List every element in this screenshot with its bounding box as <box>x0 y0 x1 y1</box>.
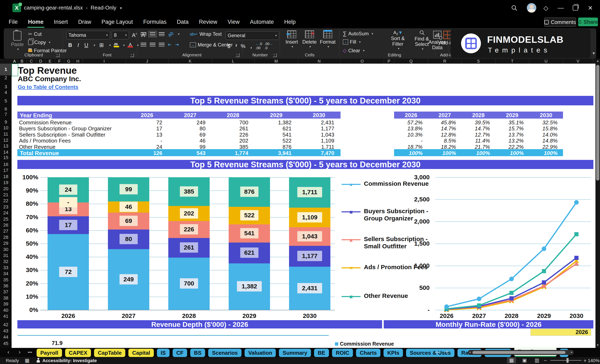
tabs-overflow-left-icon[interactable]: ••• <box>28 350 32 355</box>
share-button[interactable]: Share <box>578 18 598 26</box>
search-icon[interactable] <box>509 3 519 13</box>
row-header-4[interactable]: 4 <box>0 90 12 95</box>
ribbon-collapse-icon[interactable]: ▾ <box>592 51 595 56</box>
column-header-O[interactable]: O <box>340 59 384 64</box>
ribbon-tab-formulas[interactable]: Formulas <box>143 18 167 27</box>
clear-button[interactable]: ◇Clear▾ <box>343 48 365 54</box>
horizontal-scrollbar[interactable]: ◂ ▸ <box>468 350 574 355</box>
sheet-tab-summary[interactable]: Summary <box>279 349 311 357</box>
increase-indent-icon[interactable]: ⇥ <box>175 42 179 47</box>
alignment-dialog-launcher-icon[interactable]: ↘ <box>236 53 239 57</box>
fill-color-icon[interactable] <box>114 43 119 47</box>
increase-decimal-icon[interactable]: ←.0.00 <box>255 42 262 50</box>
restore-icon[interactable] <box>571 3 580 13</box>
legend-entry-4[interactable]: ■Other Revenue <box>342 292 441 300</box>
row-header-30[interactable]: 30 <box>0 247 12 252</box>
row-header-16[interactable]: 16 <box>0 162 12 167</box>
tabs-scroll-left-icon[interactable]: ‹ <box>8 349 9 355</box>
align-center-icon[interactable] <box>150 43 156 46</box>
column-header-D[interactable]: D <box>36 59 46 64</box>
legend-entry-2[interactable]: ▲Sellers Subscription - Small Outfitter <box>342 236 441 250</box>
number-dialog-launcher-icon[interactable]: ↘ <box>273 53 277 57</box>
close-icon[interactable]: × <box>585 3 595 13</box>
add-sheet-icon[interactable]: + <box>445 348 449 355</box>
column-header-L[interactable]: L <box>212 59 255 64</box>
column-header-R[interactable]: R <box>428 59 462 64</box>
row-header-10[interactable]: 10 <box>0 125 12 131</box>
tabs-overflow-icon[interactable]: ••• <box>435 350 439 355</box>
percent-icon[interactable]: % <box>239 43 247 49</box>
delete-cells-button[interactable]: ✕ Delete▾ <box>301 30 318 49</box>
zoom-slider-thumb[interactable] <box>566 358 569 363</box>
column-header-F[interactable]: F <box>55 59 64 64</box>
cut-button[interactable]: ✂Cut <box>28 31 42 37</box>
sheet-tab-bs[interactable]: BS <box>190 349 205 357</box>
autosum-button[interactable]: ∑AutoSum▾ <box>343 30 373 37</box>
column-headers[interactable]: ABCDEFGHIJKLMNOPQRSTUV <box>0 59 595 64</box>
column-header-K[interactable]: K <box>169 59 212 64</box>
row-header-1[interactable]: 1 <box>0 67 12 72</box>
ribbon-tab-home[interactable]: Home <box>28 18 44 27</box>
sheet-tab-kpis[interactable]: KPIs <box>384 349 403 357</box>
row-header-6[interactable]: 6 <box>0 106 12 112</box>
row-header-5[interactable]: 5 <box>0 98 12 104</box>
number-format-select[interactable]: General▾ <box>225 31 279 40</box>
align-bottom-icon[interactable] <box>159 32 165 36</box>
column-header-E[interactable]: E <box>45 59 55 64</box>
row-header-2[interactable]: 2 <box>0 75 12 81</box>
row-header-45[interactable]: 45 <box>0 341 12 346</box>
column-header-S[interactable]: S <box>461 59 496 64</box>
row-header-28[interactable]: 28 <box>0 235 12 240</box>
minimize-icon[interactable]: — <box>556 3 566 13</box>
zoom-in-icon[interactable]: + <box>583 357 587 364</box>
underline-icon[interactable]: U <box>83 42 90 48</box>
year-selector-cell[interactable]: 2026 <box>531 329 591 336</box>
borders-icon[interactable]: ⊞ <box>98 42 105 48</box>
column-header-V[interactable]: V <box>563 59 593 64</box>
column-header-B[interactable]: B <box>17 59 27 64</box>
row-header-3[interactable]: 3 <box>0 84 12 90</box>
wrap-text-button[interactable]: ab↵ Wrap Text <box>190 31 222 37</box>
zoom-level[interactable]: 140% <box>588 358 599 363</box>
column-header-P[interactable]: P <box>384 59 394 64</box>
legend-entry-3[interactable]: ×Ads / Promotion Fees <box>342 264 441 271</box>
sheet-tab-valuation[interactable]: Valuation <box>244 349 276 357</box>
fill-button[interactable]: ↓ Fill▾ <box>343 39 361 45</box>
column-header-A[interactable]: A <box>12 59 18 64</box>
row-header-43[interactable]: 43 <box>0 328 12 334</box>
scroll-up-icon[interactable]: ▲ <box>595 59 600 63</box>
title-caret-icon[interactable]: ▾ <box>120 6 122 10</box>
diamond-icon[interactable]: ◇ <box>541 3 551 13</box>
vertical-scrollbar[interactable]: ▲ ▼ <box>595 59 600 348</box>
avatar[interactable] <box>527 3 536 13</box>
row-header-11[interactable]: 11 <box>0 131 12 137</box>
sheet-tab-capex[interactable]: CAPEX <box>65 349 91 357</box>
currency-icon[interactable]: $ <box>226 43 232 49</box>
active-cell-a1[interactable] <box>12 64 18 76</box>
zoom-out-icon[interactable]: − <box>544 357 547 364</box>
sheet-tab-scenarios[interactable]: Scenarios <box>208 349 241 357</box>
row-header-39[interactable]: 39 <box>0 301 12 307</box>
font-dialog-launcher-icon[interactable]: ↘ <box>130 53 134 57</box>
ribbon-tab-view[interactable]: View <box>227 18 240 27</box>
ribbon-tab-data[interactable]: Data <box>176 18 189 27</box>
tabs-scroll-right-icon[interactable]: › <box>19 349 20 355</box>
row-header-12[interactable]: 12 <box>0 137 12 143</box>
align-right-icon[interactable] <box>159 43 165 46</box>
column-header-U[interactable]: U <box>529 59 563 64</box>
column-header-Q[interactable]: Q <box>394 59 428 64</box>
align-left-icon[interactable] <box>141 43 146 46</box>
sort-filter-button[interactable]: AZ▼ Sort & Filter▾ <box>387 30 409 50</box>
analyze-data-button[interactable]: Analyze Data <box>426 31 449 50</box>
row-header-41[interactable]: 41 <box>0 314 12 319</box>
italic-icon[interactable]: I <box>76 42 80 48</box>
column-header-T[interactable]: T <box>495 59 529 64</box>
legend-entry-0[interactable]: ●Commission Revenue <box>342 180 441 187</box>
font-size-select[interactable]: 8▾ <box>112 31 129 39</box>
row-header-13[interactable]: 13 <box>0 143 12 149</box>
align-top-icon[interactable] <box>141 32 146 36</box>
orientation-icon[interactable]: ab <box>167 30 175 38</box>
macro-record-icon[interactable]: ▦ <box>25 358 29 363</box>
sheet-tab-captable[interactable]: CapTable <box>94 349 125 357</box>
bold-icon[interactable]: B <box>67 42 73 48</box>
